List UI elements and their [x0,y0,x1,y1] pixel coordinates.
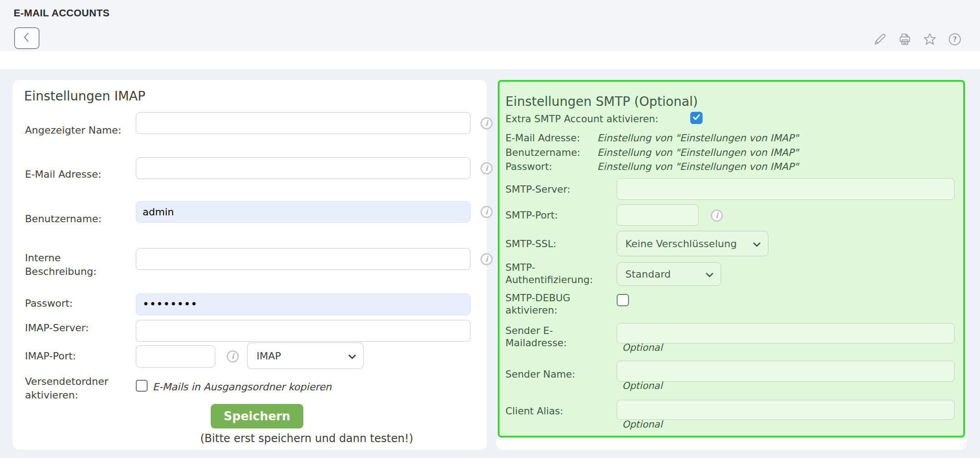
sender-name-input[interactable] [617,361,955,382]
sender-email-optional-note: Optional [622,342,663,353]
smtp-port-input[interactable] [617,204,698,226]
client-alias-optional-note: Optional [622,419,663,430]
imap-protocol-selected-value: IMAP [257,350,281,362]
chevron-down-icon [706,269,713,280]
help-icon[interactable]: ? [948,32,962,46]
smtp-port-label: SMTP-Port: [505,209,612,221]
password-label: Passwort: [25,297,129,310]
smtp-username-value: Einstellung von "Einstellungen von IMAP" [597,146,798,159]
client-alias-label: Client Alias: [505,405,612,417]
imap-panel: Einstellungen IMAP Angezeigter Name: i E… [13,80,487,450]
star-icon[interactable] [923,32,937,46]
smtp-email-label: E-Mail Adresse: [505,132,612,144]
smtp-debug-checkbox[interactable] [617,294,629,306]
imap-port-input[interactable] [136,345,215,368]
email-input[interactable] [136,157,470,179]
svg-text:?: ? [953,35,957,44]
info-icon[interactable]: i [480,253,493,265]
save-button[interactable]: Speichern [211,404,303,428]
header-toolbar: ? [873,32,962,46]
smtp-ssl-selected-value: Keine Verschlüsselung [625,238,737,249]
page-header: E-MAIL ACCOUNTS [0,0,980,51]
imap-server-input[interactable] [136,320,470,342]
chevron-left-icon [22,31,31,45]
extra-smtp-checkbox[interactable] [690,112,703,124]
sender-email-input[interactable] [617,323,955,344]
smtp-email-value: Einstellung von "Einstellungen von IMAP" [597,132,798,144]
smtp-panel-title: Einstellungen SMTP (Optional) [505,94,698,110]
email-accounts-screen: E-MAIL ACCOUNTS [0,0,980,458]
chevron-down-icon [348,350,356,362]
printer-icon[interactable] [898,32,912,46]
page-title: E-MAIL ACCOUNTS [14,7,109,19]
smtp-server-input[interactable] [617,178,955,200]
display-name-input[interactable] [136,112,470,134]
imap-port-label: IMAP-Port: [25,349,129,363]
sent-folder-label: Versendetordner aktivieren: [25,375,129,402]
smtp-username-label: Benutzername: [505,146,612,159]
info-icon[interactable]: i [480,117,493,129]
smtp-panel: Einstellungen SMTP (Optional) Extra SMTP… [496,80,966,450]
back-button[interactable] [14,27,40,49]
checkmark-icon [693,114,700,122]
pencil-icon[interactable] [873,32,887,46]
description-input[interactable] [136,248,470,270]
smtp-server-label: SMTP-Server: [505,183,612,195]
imap-server-label: IMAP-Server: [25,321,129,335]
smtp-auth-label: SMTP-Authentifizierung: [505,261,612,286]
smtp-enable-label: Extra SMTP Account aktivieren: [505,113,696,125]
save-hint: (Bitte erst speichern und dann testen!) [200,432,413,445]
sent-folder-checkbox-label: E-Mails in Ausgangsordner kopieren [153,380,332,394]
username-label: Benutzername: [25,212,129,226]
smtp-password-value: Einstellung von "Einstellungen von IMAP" [597,160,798,173]
smtp-ssl-label: SMTP-SSL: [505,238,612,250]
info-icon[interactable]: i [227,350,239,363]
imap-protocol-select[interactable]: IMAP [247,343,364,369]
smtp-auth-select[interactable]: Standard [617,262,721,286]
smtp-debug-label: SMTP-DEBUG aktivieren: [505,292,612,316]
sender-name-label: Sender Name: [505,368,612,380]
smtp-password-label: Passwort: [505,160,612,173]
display-name-label: Angezeigter Name: [25,124,129,137]
info-icon[interactable]: i [711,209,723,222]
info-icon[interactable]: i [480,162,493,174]
password-input[interactable] [136,294,470,315]
divider-strip [0,51,980,69]
sender-name-optional-note: Optional [622,380,663,391]
smtp-ssl-select[interactable]: Keine Verschlüsselung [617,231,768,256]
smtp-auth-selected-value: Standard [625,269,671,280]
sender-email-label: Sender E-Mailadresse: [505,324,612,349]
info-icon[interactable]: i [480,206,493,218]
client-alias-input[interactable] [617,400,955,420]
imap-panel-title: Einstellungen IMAP [24,88,145,105]
description-label: Interne Beschreibung: [25,251,129,279]
email-label: E-Mail Adresse: [25,168,129,181]
sent-folder-checkbox[interactable] [136,380,148,392]
chevron-down-icon [753,238,761,249]
username-input[interactable] [136,201,470,223]
